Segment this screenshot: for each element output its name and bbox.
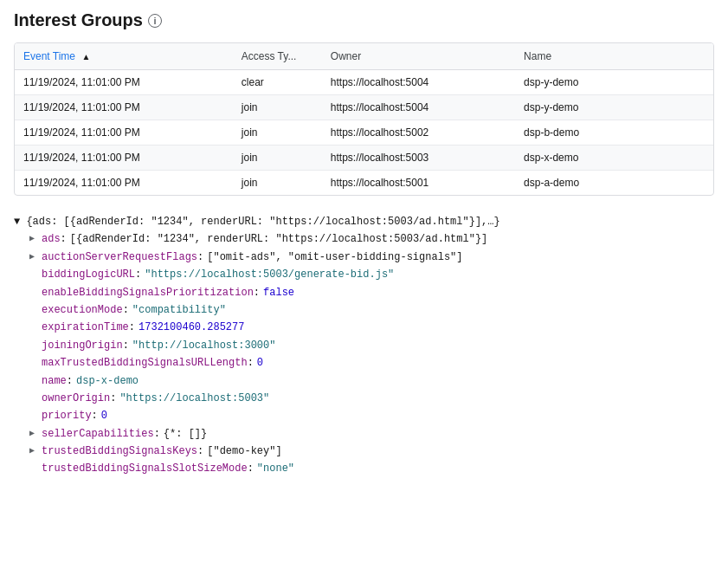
json-key: name bbox=[42, 372, 67, 390]
json-colon: : bbox=[123, 337, 129, 354]
json-value: ["omit-ads", "omit-user-bidding-signals"… bbox=[207, 249, 462, 266]
col-header-access-type[interactable]: Access Ty... bbox=[233, 43, 322, 70]
json-colon: : bbox=[248, 460, 254, 477]
json-line: executionMode:"compatibility" bbox=[14, 301, 714, 319]
cell-name: dsp-y-demo bbox=[515, 70, 713, 95]
cell-access-type: join bbox=[233, 120, 322, 146]
json-key: trustedBiddingSignalsKeys bbox=[42, 443, 197, 460]
json-value: ["demo-key"] bbox=[207, 443, 281, 460]
cell-access-type: join bbox=[233, 171, 322, 196]
json-line: ▼ {ads: [{adRenderId: "1234", renderURL:… bbox=[14, 213, 714, 230]
page-title: Interest Groups bbox=[14, 10, 143, 30]
table-row[interactable]: 11/19/2024, 11:01:00 PMclearhttps://loca… bbox=[15, 70, 713, 95]
json-line: trustedBiddingSignalsSlotSizeMode:"none" bbox=[14, 460, 714, 477]
cell-access-type: join bbox=[233, 95, 322, 120]
expand-arrow[interactable]: ▶ bbox=[29, 249, 42, 264]
json-colon: : bbox=[254, 284, 260, 301]
expand-arrow[interactable]: ▶ bbox=[29, 443, 42, 458]
json-colon: : bbox=[197, 249, 203, 266]
json-line: ▶auctionServerRequestFlags:["omit-ads", … bbox=[14, 249, 714, 266]
cell-name: dsp-y-demo bbox=[515, 95, 713, 120]
json-value: dsp-x-demo bbox=[76, 372, 139, 390]
json-line: name:dsp-x-demo bbox=[14, 372, 714, 390]
sort-arrow-event-time: ▲ bbox=[81, 52, 90, 61]
json-value: 0 bbox=[101, 407, 107, 424]
json-key: biddingLogicURL bbox=[42, 266, 135, 283]
info-icon[interactable]: i bbox=[148, 14, 162, 28]
json-colon: : bbox=[154, 425, 160, 443]
json-key: auctionServerRequestFlags bbox=[42, 249, 197, 266]
json-value: "https://localhost:5003/generate-bid.js" bbox=[145, 266, 394, 283]
cell-owner: https://localhost:5004 bbox=[322, 95, 515, 120]
json-line: maxTrustedBiddingSignalsURLLength:0 bbox=[14, 354, 714, 372]
json-key: executionMode bbox=[42, 301, 123, 319]
json-raw-content: ▼ {ads: [{adRenderId: "1234", renderURL:… bbox=[14, 213, 500, 230]
json-colon: : bbox=[135, 266, 141, 283]
json-key: sellerCapabilities bbox=[42, 425, 154, 443]
json-colon: : bbox=[129, 319, 135, 336]
cell-owner: https://localhost:5002 bbox=[322, 120, 515, 146]
json-value: "none" bbox=[257, 460, 294, 477]
json-key: joiningOrigin bbox=[42, 337, 123, 354]
cell-access-type: clear bbox=[233, 70, 322, 95]
json-line: ▶trustedBiddingSignalsKeys:["demo-key"] bbox=[14, 443, 714, 460]
cell-event-time: 11/19/2024, 11:01:00 PM bbox=[15, 120, 233, 146]
cell-owner: https://localhost:5004 bbox=[322, 70, 515, 95]
expand-arrow[interactable]: ▶ bbox=[29, 231, 42, 246]
cell-event-time: 11/19/2024, 11:01:00 PM bbox=[15, 146, 233, 171]
json-key: trustedBiddingSignalsSlotSizeMode bbox=[42, 460, 248, 477]
cell-name: dsp-b-demo bbox=[515, 120, 713, 146]
cell-owner: https://localhost:5003 bbox=[322, 146, 515, 171]
cell-owner: https://localhost:5001 bbox=[322, 171, 515, 196]
table-header-row: Event Time ▲ Access Ty... Owner Name bbox=[15, 43, 713, 70]
cell-event-time: 11/19/2024, 11:01:00 PM bbox=[15, 70, 233, 95]
json-colon: : bbox=[248, 354, 254, 372]
json-value: 1732100460.285277 bbox=[139, 319, 244, 336]
json-tree-panel: ▼ {ads: [{adRenderId: "1234", renderURL:… bbox=[14, 210, 714, 482]
json-key: expirationTime bbox=[42, 319, 129, 336]
json-key: priority bbox=[42, 407, 92, 424]
cell-access-type: join bbox=[233, 146, 322, 171]
json-value: false bbox=[263, 284, 294, 301]
json-colon: : bbox=[110, 390, 116, 407]
json-value: [{adRenderId: "1234", renderURL: "https:… bbox=[70, 230, 487, 248]
json-colon: : bbox=[197, 443, 203, 460]
json-line: ownerOrigin:"https://localhost:5003" bbox=[14, 390, 714, 407]
json-value: "http://localhost:3000" bbox=[132, 337, 276, 354]
table-row[interactable]: 11/19/2024, 11:01:00 PMjoinhttps://local… bbox=[15, 95, 713, 120]
json-colon: : bbox=[92, 407, 98, 424]
cell-event-time: 11/19/2024, 11:01:00 PM bbox=[15, 95, 233, 120]
json-line: ▶sellerCapabilities:{*: []} bbox=[14, 425, 714, 443]
json-line: priority:0 bbox=[14, 407, 714, 424]
json-colon: : bbox=[123, 301, 129, 319]
json-line: ▶ads:[{adRenderId: "1234", renderURL: "h… bbox=[14, 230, 714, 248]
json-line: enableBiddingSignalsPrioritization:false bbox=[14, 284, 714, 301]
json-line: expirationTime:1732100460.285277 bbox=[14, 319, 714, 336]
expand-arrow[interactable]: ▶ bbox=[29, 426, 42, 441]
json-key: ads bbox=[42, 230, 61, 248]
table-row[interactable]: 11/19/2024, 11:01:00 PMjoinhttps://local… bbox=[15, 146, 713, 171]
col-header-event-time[interactable]: Event Time ▲ bbox=[15, 43, 233, 70]
json-value: "compatibility" bbox=[132, 301, 226, 319]
json-line: biddingLogicURL:"https://localhost:5003/… bbox=[14, 266, 714, 283]
json-value: 0 bbox=[257, 354, 263, 372]
cell-name: dsp-x-demo bbox=[515, 146, 713, 171]
json-key: enableBiddingSignalsPrioritization bbox=[42, 284, 254, 301]
col-header-owner[interactable]: Owner bbox=[322, 43, 515, 70]
cell-name: dsp-a-demo bbox=[515, 171, 713, 196]
cell-event-time: 11/19/2024, 11:01:00 PM bbox=[15, 171, 233, 196]
json-key: ownerOrigin bbox=[42, 390, 110, 407]
interest-groups-table-container: Event Time ▲ Access Ty... Owner Name 11/… bbox=[14, 42, 714, 196]
json-colon: : bbox=[61, 230, 67, 248]
json-colon: : bbox=[67, 372, 73, 390]
json-value: {*: []} bbox=[164, 425, 207, 443]
interest-groups-table: Event Time ▲ Access Ty... Owner Name 11/… bbox=[15, 43, 713, 195]
json-key: maxTrustedBiddingSignalsURLLength bbox=[42, 354, 248, 372]
table-row[interactable]: 11/19/2024, 11:01:00 PMjoinhttps://local… bbox=[15, 120, 713, 146]
json-line: joiningOrigin:"http://localhost:3000" bbox=[14, 337, 714, 354]
table-row[interactable]: 11/19/2024, 11:01:00 PMjoinhttps://local… bbox=[15, 171, 713, 196]
json-value: "https://localhost:5003" bbox=[119, 390, 269, 407]
page-header: Interest Groups i bbox=[14, 10, 714, 30]
col-header-name[interactable]: Name bbox=[515, 43, 713, 70]
